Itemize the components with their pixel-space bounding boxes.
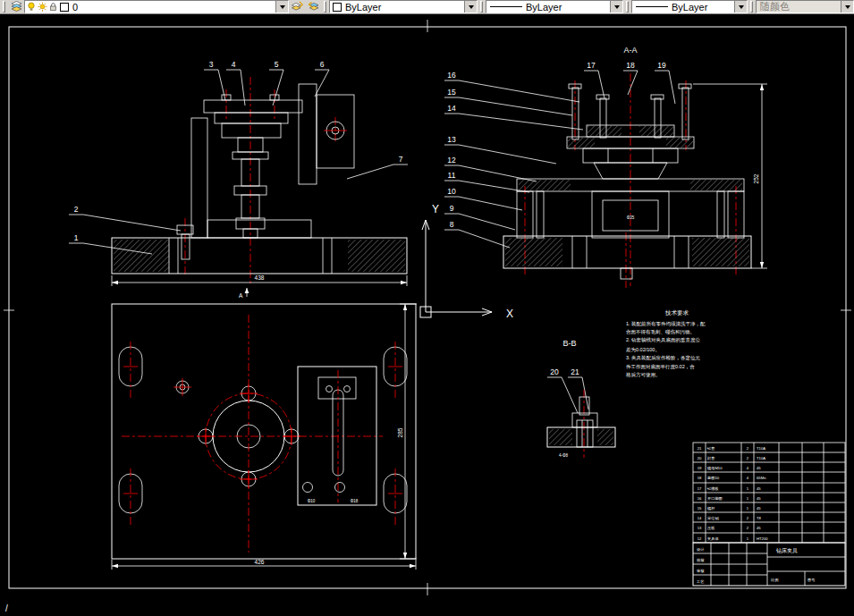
layer-dropdown-arrow-icon[interactable] [275,1,288,13]
linetype-sample-icon [490,6,522,7]
callout-16: 16 [447,71,456,80]
ucs-x-label: X [506,308,513,320]
dim-front-width: 438 [255,274,265,281]
bom-cell: T10A [757,446,765,451]
callout-19: 19 [657,61,666,70]
sheet-border [4,20,851,595]
linetype-combo[interactable]: ByLayer [486,0,623,13]
bom-cell: 2 [747,526,749,530]
bom-cell: 21 [698,446,702,451]
titleblock-field: 校核 [697,558,705,562]
titleblock-field: 设计 [697,547,705,552]
titleblock-sheet-label: 图号 [807,578,816,582]
bom-cell: 45 [757,506,761,511]
callout-13: 13 [447,135,456,144]
layer-previous-icon [308,0,319,15]
layer-name: 0 [72,2,275,13]
bom-cell: 17 [698,486,702,491]
toolbar-drag-handle[interactable] [750,1,753,13]
dim-bb-note: 4-Φ8 [559,453,569,458]
toolbar-drag-handle[interactable] [626,1,629,13]
layer-on-icon[interactable] [27,2,36,12]
section-aa-view[interactable]: A-A 16 15 14 13 12 11 10 9 8 17 18 19 [444,46,767,288]
callout-14: 14 [447,104,456,113]
title-block: 设计 校核 审核 工艺 比例 图号 钻床夹具 [693,543,845,586]
callout-12: 12 [447,156,456,165]
color-combo[interactable]: ByLayer [329,0,478,13]
layer-previous-button[interactable] [305,1,321,13]
bom-cell: 65Mn [757,476,766,480]
titleblock-field: 审核 [697,569,705,573]
notes-line: 件工作面对底面平行度0.02，合 [626,364,695,370]
layer-properties-button[interactable] [8,1,24,13]
notes-title: 技术要求 [664,309,689,316]
dim-plan-hole-1: Φ10 [308,499,316,503]
notes-line: 合面不得有毛刺、碰伤和污物。 [626,329,695,335]
lineweight-dropdown-arrow-icon[interactable] [734,1,747,13]
notes-line: 格后方可使用。 [625,372,661,378]
section-bb-label: B-B [562,339,576,348]
linetype-dropdown-arrow-icon[interactable] [610,1,622,13]
color-dropdown-arrow-icon[interactable] [464,1,477,13]
bom-cell: 20 [698,456,702,460]
properties-toolbar: 0 ByLayer ByLayer ByLayer 随颜色 [0,0,854,14]
lineweight-value: ByLayer [672,2,734,13]
bom-cell: 19 [698,466,702,470]
bom-cell: 45 [757,496,761,501]
bom-cell: 钻模板 [706,486,719,491]
bom-cell: 钻套 [706,446,714,451]
make-object-layer-current-button[interactable] [289,1,305,13]
bom-cell: 开口垫圈 [707,496,723,501]
plan-view[interactable]: Φ10 Φ18 285 426 [112,304,417,570]
ucs-y-label: Y [432,203,439,215]
bom-cell: 14 [698,516,702,520]
bom-cell: 15 [698,506,702,511]
lineweight-combo[interactable]: ByLayer [631,0,748,13]
notes-line: 2. 钻套轴线对夹具底面的垂直度公 [626,337,701,343]
bom-cell: 45 [757,466,761,470]
bom-cell: 2 [747,516,749,520]
layers-icon [11,0,22,15]
bom-cell: 夹具体 [707,536,719,541]
callout-20: 20 [550,367,559,376]
section-bb-view[interactable]: B-B 20 21 4-Φ8 [547,339,615,458]
callout-17: 17 [587,61,596,70]
bom-cell: 1 [747,486,749,491]
bom-cell: 衬套 [706,456,714,460]
dim-plan-width: 426 [255,559,265,565]
front-view[interactable]: 3 4 5 6 7 2 1 438 A [69,60,408,299]
dim-plan-hole-2: Φ18 [351,499,359,503]
callout-1: 1 [74,233,79,242]
layer-freeze-icon[interactable] [38,2,47,12]
titleblock-title: 钻床夹具 [775,547,798,554]
callout-9: 9 [450,204,454,213]
bom-cell: HT200 [757,536,768,541]
bom-cell: 螺杆 [707,506,714,511]
plot-style-dropdown-arrow-icon [841,1,853,13]
cad-drawing[interactable]: 3 4 5 6 7 2 1 438 A [0,14,854,616]
bom-cell: 螺母M10 [707,466,723,470]
bom-cell: 18 [698,476,702,480]
toolbar-drag-handle[interactable] [480,1,483,13]
section-aa-label: A-A [623,46,637,55]
layer-combo[interactable]: 0 [24,0,289,13]
toolbar-drag-handle[interactable] [324,1,326,13]
notes-block: 技术要求 1. 装配前所有零件均须清洗干净，配 合面不得有毛刺、碰伤和污物。 2… [625,309,706,378]
layer-lock-icon[interactable] [49,2,57,12]
bom-cell: 2 [747,446,749,451]
callout-18: 18 [626,61,635,70]
notes-line: 1. 装配前所有零件均须清洗干净，配 [626,321,706,327]
bom-cell: 16 [698,496,702,501]
layer-color-swatch [60,3,69,12]
command-prompt-char: / [5,603,8,613]
bom-cell: 13 [698,526,702,530]
toolbar-drag-handle[interactable] [3,1,5,13]
titleblock-field: 工艺 [696,579,705,584]
dim-section-height: 252 [753,173,759,183]
notes-line: 差为0.02/100。 [626,347,660,352]
drawing-canvas[interactable]: 3 4 5 6 7 2 1 438 A [0,14,854,616]
bom-cell: 1 [747,506,749,511]
callout-2: 2 [74,205,79,214]
bom-cell: 12 [698,536,702,541]
datum-a-label: A [239,292,243,299]
